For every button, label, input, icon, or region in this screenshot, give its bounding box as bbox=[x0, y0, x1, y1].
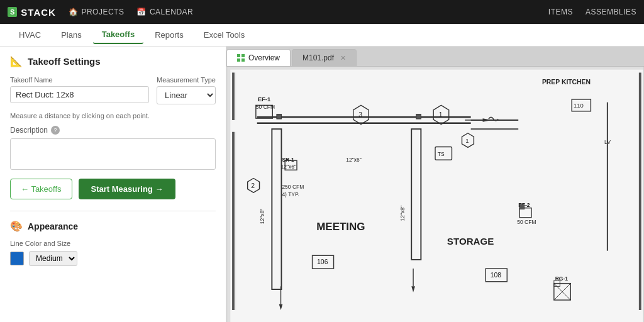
start-measuring-label: Start Measuring → bbox=[91, 184, 164, 194]
svg-rect-53 bbox=[277, 114, 282, 119]
top-nav-right: Items Assemblies bbox=[548, 8, 636, 16]
tab-overview[interactable]: Overview bbox=[226, 49, 291, 66]
form-row-name-type: Takeoff Name Measurement Type Linear Are… bbox=[10, 76, 216, 104]
takeoff-name-input[interactable] bbox=[10, 86, 149, 103]
nav-assemblies-link[interactable]: Assemblies bbox=[586, 8, 636, 16]
takeoffs-button-label: ← Takeoffs bbox=[21, 184, 62, 194]
grid-icon bbox=[237, 54, 245, 62]
takeoff-name-label: Takeoff Name bbox=[10, 76, 149, 84]
svg-text:250 CFM: 250 CFM bbox=[282, 184, 304, 190]
logo: S STACK bbox=[8, 7, 56, 18]
description-textarea[interactable] bbox=[10, 138, 216, 170]
svg-text:12"x6": 12"x6" bbox=[281, 164, 296, 170]
tab-m101-close[interactable]: ✕ bbox=[340, 54, 346, 62]
top-nav-items: 🏠 Projects 📅 Calendar bbox=[69, 8, 548, 16]
color-size-row: Thin Medium Thick bbox=[10, 251, 216, 266]
blueprint-area: PREP KITCHEN EF-1 50 CFM 3 1 1 bbox=[226, 67, 644, 322]
svg-text:12"x8": 12"x8" bbox=[259, 209, 265, 224]
line-color-label: Line Color and Size bbox=[10, 240, 216, 247]
svg-text:MEETING: MEETING bbox=[316, 221, 365, 233]
takeoffs-button[interactable]: ← Takeoffs bbox=[10, 179, 72, 199]
takeoff-settings-header: 📐 Takeoff Settings bbox=[10, 55, 216, 67]
description-label-row: Description ? bbox=[10, 126, 216, 135]
sub-nav: HVAC Plans Takeoffs Reports Excel Tools bbox=[0, 24, 644, 47]
main-layout: 📐 Takeoff Settings Takeoff Name Measurem… bbox=[0, 47, 644, 322]
svg-text:12"x8": 12"x8" bbox=[399, 206, 406, 221]
tab-m101[interactable]: M101.pdf ✕ bbox=[292, 49, 357, 66]
tab-reports[interactable]: Reports bbox=[146, 26, 192, 43]
panel-title: Takeoff Settings bbox=[28, 56, 101, 67]
appearance-header: 🎨 Appearance bbox=[10, 220, 216, 232]
appearance-title: Appearance bbox=[28, 221, 78, 231]
svg-text:4) TYP.: 4) TYP. bbox=[282, 191, 299, 197]
svg-text:110: 110 bbox=[574, 102, 584, 109]
takeoff-icon: 📐 bbox=[10, 55, 23, 67]
tab-overview-label: Overview bbox=[248, 53, 280, 62]
svg-text:PREP KITCHEN: PREP KITCHEN bbox=[542, 79, 591, 86]
section-divider bbox=[10, 211, 216, 211]
tab-takeoffs[interactable]: Takeoffs bbox=[93, 26, 144, 44]
nav-item-calendar[interactable]: 📅 Calendar bbox=[136, 8, 193, 16]
form-group-measurement-type: Measurement Type Linear Area Count Volum… bbox=[157, 76, 216, 104]
svg-text:1: 1 bbox=[465, 137, 469, 144]
svg-text:106: 106 bbox=[317, 258, 328, 265]
svg-text:12"x6": 12"x6" bbox=[346, 157, 361, 163]
svg-text:50 CFM: 50 CFM bbox=[517, 219, 536, 225]
svg-text:SR-1: SR-1 bbox=[282, 157, 294, 163]
color-swatch[interactable] bbox=[10, 252, 24, 265]
svg-text:EF-1: EF-1 bbox=[258, 96, 270, 103]
form-group-takeoff-name: Takeoff Name bbox=[10, 76, 149, 104]
help-icon[interactable]: ? bbox=[51, 126, 60, 135]
svg-text:108: 108 bbox=[491, 272, 502, 279]
tab-excel-tools[interactable]: Excel Tools bbox=[195, 26, 254, 43]
description-label: Description bbox=[10, 126, 48, 135]
right-panel: Overview M101.pdf ✕ PREP KITCHEN bbox=[226, 47, 644, 322]
size-select[interactable]: Thin Medium Thick bbox=[29, 251, 77, 266]
logo-icon: S bbox=[8, 7, 17, 17]
tab-hvac[interactable]: HVAC bbox=[10, 26, 50, 43]
tab-plans[interactable]: Plans bbox=[52, 26, 91, 43]
nav-items-link[interactable]: Items bbox=[548, 8, 573, 16]
measurement-type-label: Measurement Type bbox=[157, 76, 216, 84]
hint-text: Measure a distance by clicking on each p… bbox=[10, 112, 216, 119]
svg-text:RG-1: RG-1 bbox=[555, 275, 569, 282]
tabs-bar: Overview M101.pdf ✕ bbox=[226, 47, 644, 67]
tab-m101-label: M101.pdf bbox=[303, 53, 334, 62]
svg-rect-54 bbox=[416, 114, 421, 119]
svg-rect-55 bbox=[519, 204, 525, 209]
svg-text:50 CFM: 50 CFM bbox=[256, 104, 275, 110]
blueprint-svg: PREP KITCHEN EF-1 50 CFM 3 1 1 bbox=[226, 67, 644, 322]
nav-item-projects[interactable]: 🏠 Projects bbox=[69, 8, 125, 16]
logo-text: STACK bbox=[21, 7, 56, 18]
svg-text:2: 2 bbox=[251, 182, 255, 189]
top-nav: S STACK 🏠 Projects 📅 Calendar Items Asse… bbox=[0, 0, 644, 24]
start-measuring-button[interactable]: Start Measuring → bbox=[79, 179, 176, 199]
paint-icon: 🎨 bbox=[10, 220, 23, 232]
svg-text:3: 3 bbox=[358, 111, 362, 118]
button-row: ← Takeoffs Start Measuring → bbox=[10, 179, 216, 199]
svg-text:1: 1 bbox=[439, 111, 443, 118]
svg-text:TS: TS bbox=[438, 151, 445, 157]
left-panel: 📐 Takeoff Settings Takeoff Name Measurem… bbox=[0, 47, 226, 322]
measurement-type-select[interactable]: Linear Area Count Volume bbox=[157, 86, 216, 104]
svg-text:STORAGE: STORAGE bbox=[447, 236, 494, 247]
